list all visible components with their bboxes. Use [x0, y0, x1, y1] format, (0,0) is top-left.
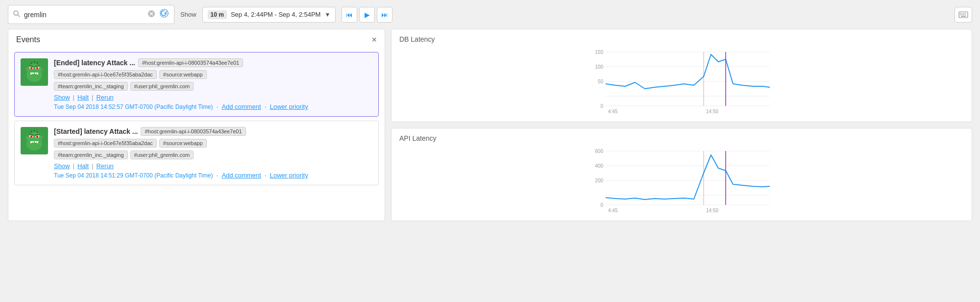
tag-5-1: #user:phil_gremlin.com: [130, 151, 194, 159]
tag-1-1: #source:webapp: [159, 70, 207, 79]
event-body-2: [Started] latency Attack ... #host:greml…: [54, 127, 372, 179]
meta-sep-1: ·: [217, 103, 218, 110]
svg-rect-49: [35, 141, 36, 143]
event-body-1: [Ended] latency Attack ... #host:gremlin…: [54, 58, 372, 110]
tag-0-0: #host:gremlin-api-i-08003574a43ee7e01: [138, 58, 243, 67]
event-title-1: [Ended] latency Attack ...: [54, 59, 135, 67]
time-range: Sep 4, 2:44PM - Sep 4, 2:54PM: [231, 11, 321, 18]
svg-text:4:45: 4:45: [608, 208, 618, 213]
svg-point-24: [37, 68, 38, 69]
show-label: Show: [180, 11, 196, 18]
play-button[interactable]: ▶: [359, 7, 375, 23]
api-latency-svg: 600 400 200 0 4:45 14:50: [399, 146, 964, 215]
db-latency-title: DB Latency: [399, 35, 964, 43]
svg-rect-48: [32, 141, 34, 143]
db-latency-svg: 150 100 50 0 4:45 14:50: [399, 47, 964, 116]
event-meta-2: Tue Sep 04 2018 14:51:29 GMT-0700 (Pacif…: [54, 172, 372, 179]
event-item-1: [Ended] latency Attack ... #host:gremlin…: [14, 52, 379, 117]
svg-text:100: 100: [595, 64, 603, 70]
add-comment-link-1[interactable]: Add comment: [221, 103, 261, 110]
event-meta-1: Tue Sep 04 2018 14:52:57 GMT-0700 (Pacif…: [54, 103, 372, 110]
search-icon: [13, 10, 20, 19]
svg-point-43: [31, 136, 32, 137]
svg-text:200: 200: [595, 178, 603, 183]
events-panel: Events ×: [8, 29, 385, 221]
svg-text:4:45: 4:45: [608, 109, 618, 114]
keyboard-button[interactable]: [955, 7, 972, 23]
svg-line-1: [18, 15, 20, 17]
tag-4-0: #host:gremlin-api-i-0ce67e5f35aba2dac: [54, 139, 157, 148]
event-title-row-1: [Ended] latency Attack ... #host:gremlin…: [54, 58, 372, 67]
main-content: Events ×: [0, 29, 980, 229]
svg-text:600: 600: [595, 149, 603, 154]
sep-4: |: [92, 162, 93, 170]
halt-link-1[interactable]: Halt: [77, 94, 89, 101]
show-link-1[interactable]: Show: [54, 94, 70, 101]
event-actions-1: Show | Halt | Rerun: [54, 94, 372, 101]
event-title-2: [Started] latency Attack ...: [54, 127, 138, 135]
tag-row-4: #team:gremlin_inc._staging #user:phil_gr…: [54, 151, 372, 159]
svg-rect-47: [30, 141, 32, 143]
tag-row-3: #host:gremlin-api-i-0ce67e5f35aba2dac #s…: [54, 139, 372, 148]
svg-rect-50: [37, 141, 38, 143]
svg-rect-11: [960, 14, 961, 15]
svg-rect-28: [32, 73, 34, 74]
svg-text:14:50: 14:50: [706, 109, 718, 114]
refresh-icon[interactable]: [159, 8, 169, 21]
tag-1-0: #host:gremlin-api-i-0ce67e5f35aba2dac: [54, 70, 157, 79]
event-item-2: [Started] latency Attack ... #host:greml…: [14, 121, 379, 185]
dropdown-arrow-icon: ▼: [324, 11, 330, 18]
avatar-2: [21, 127, 48, 154]
rerun-link-1[interactable]: Rerun: [96, 94, 113, 101]
event-actions-2: Show | Halt | Rerun: [54, 162, 372, 170]
meta-sep-4: ·: [265, 172, 266, 179]
svg-text:14:50: 14:50: [706, 208, 718, 213]
svg-point-23: [31, 68, 32, 69]
lower-priority-link-2[interactable]: Lower priority: [270, 172, 308, 179]
tag-row-1: #host:gremlin-api-i-0ce67e5f35aba2dac #s…: [54, 70, 372, 79]
svg-point-35: [40, 67, 43, 71]
top-bar: Show 10 m Sep 4, 2:44PM - Sep 4, 2:54PM …: [0, 0, 980, 29]
svg-point-54: [26, 136, 29, 140]
add-comment-link-2[interactable]: Add comment: [221, 172, 261, 179]
api-latency-panel: API Latency 600 400 200 0 4:45 14:: [391, 128, 972, 221]
rerun-link-2[interactable]: Rerun: [96, 162, 113, 170]
events-title: Events: [16, 35, 40, 44]
svg-rect-10: [965, 13, 966, 14]
fast-forward-button[interactable]: ⏭: [377, 7, 392, 23]
svg-rect-27: [30, 73, 32, 75]
time-badge: 10 m: [208, 10, 227, 19]
svg-point-44: [37, 136, 38, 137]
svg-text:150: 150: [595, 50, 603, 55]
meta-sep-3: ·: [217, 172, 218, 179]
tag-4-1: #source:webapp: [159, 139, 207, 148]
meta-sep-2: ·: [265, 103, 266, 110]
event-timestamp-1: Tue Sep 04 2018 14:52:57 GMT-0700 (Pacif…: [54, 103, 213, 110]
tag-2-1: #user:phil_gremlin.com: [130, 82, 194, 91]
svg-text:50: 50: [598, 79, 604, 84]
sep-3: |: [73, 162, 74, 170]
svg-rect-12: [962, 14, 963, 15]
close-button[interactable]: ×: [371, 35, 377, 44]
search-box: [8, 5, 174, 24]
clear-icon[interactable]: [147, 10, 155, 19]
event-timestamp-2: Tue Sep 04 2018 14:51:29 GMT-0700 (Pacif…: [54, 172, 213, 179]
events-header: Events ×: [8, 29, 385, 48]
api-latency-title: API Latency: [399, 134, 964, 142]
db-latency-chart: 150 100 50 0 4:45 14:50: [399, 47, 964, 116]
sep-1: |: [73, 94, 74, 101]
show-link-2[interactable]: Show: [54, 162, 70, 170]
svg-text:400: 400: [595, 163, 603, 169]
svg-rect-13: [963, 14, 964, 15]
svg-text:0: 0: [600, 103, 603, 109]
tag-row-2: #team:gremlin_inc._staging #user:phil_gr…: [54, 82, 372, 91]
svg-rect-9: [963, 13, 964, 14]
svg-point-34: [26, 67, 29, 71]
rewind-button[interactable]: ⏮: [342, 7, 357, 23]
halt-link-2[interactable]: Halt: [77, 162, 89, 170]
avatar-1: [21, 58, 48, 86]
db-latency-panel: DB Latency 150 100 50 0 4:45 14:50: [391, 29, 972, 122]
search-input[interactable]: [24, 11, 144, 19]
time-selector[interactable]: 10 m Sep 4, 2:44PM - Sep 4, 2:54PM ▼: [202, 7, 336, 23]
lower-priority-link-1[interactable]: Lower priority: [270, 103, 308, 110]
